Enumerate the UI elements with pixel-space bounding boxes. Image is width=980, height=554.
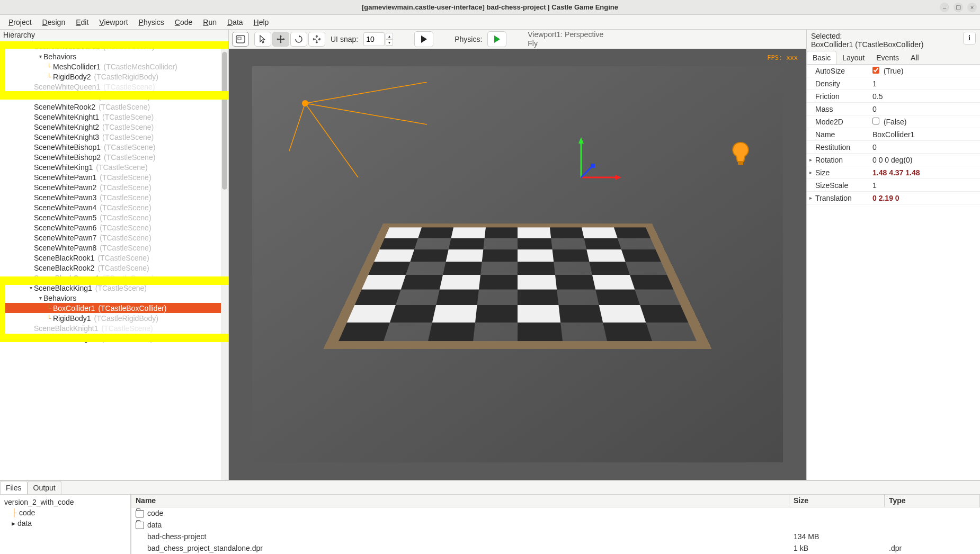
selected-label: Selected:	[811, 32, 923, 40]
property-checkbox[interactable]	[872, 118, 879, 124]
info-button[interactable]: i	[963, 32, 976, 44]
svg-rect-0	[236, 35, 245, 43]
tree-item[interactable]: SceneWhiteBishop1(TCastleScene)	[3, 142, 228, 152]
tree-item[interactable]: SceneWhiteBishop2(TCastleScene)	[3, 152, 228, 162]
menu-run[interactable]: Run	[199, 16, 221, 29]
move-tool-button[interactable]	[272, 32, 289, 47]
col-size[interactable]: Size	[789, 495, 885, 507]
tree-item[interactable]: SceneWhiteRook2(TCastleScene)	[3, 102, 228, 112]
property-row[interactable]: ▸Rotation0 0 0 deg(0)	[807, 154, 980, 166]
tab-output[interactable]: Output	[28, 481, 61, 494]
tree-item[interactable]: ▾Behaviors	[3, 293, 228, 303]
menu-code[interactable]: Code	[171, 16, 197, 29]
property-row[interactable]: Restitution0	[807, 141, 980, 154]
tab-all[interactable]: All	[905, 51, 925, 64]
property-row[interactable]: ▸Size1.48 4.37 1.48	[807, 166, 980, 179]
menu-project[interactable]: Project	[4, 16, 36, 29]
property-row[interactable]: Density1	[807, 77, 980, 90]
folder-icon	[136, 510, 144, 517]
scale-tool-button[interactable]	[308, 32, 325, 47]
tab-layout[interactable]: Layout	[836, 51, 870, 64]
snap-up-button[interactable]: ▴	[386, 33, 393, 39]
file-row[interactable]: bad_chess_project_standalone.dpr1 kB.dpr	[131, 542, 980, 554]
select-tool-button[interactable]	[254, 32, 271, 47]
property-row[interactable]: NameBoxCollider1	[807, 128, 980, 141]
tree-item[interactable]: SceneBlackKnight2(TCastleScene)	[3, 333, 228, 343]
close-icon[interactable]: ×	[967, 3, 977, 12]
tree-item[interactable]: ▾SceneChessBoard1(TCastleScene)	[3, 41, 228, 51]
folder-tree-item[interactable]: ▸ data	[4, 518, 126, 529]
physics-play-button[interactable]	[487, 31, 506, 47]
file-row[interactable]: bad-chess-project134 MB	[131, 531, 980, 542]
tree-item[interactable]: SceneWhitePawn8(TCastleScene)	[3, 243, 228, 253]
menu-viewport[interactable]: Viewport	[95, 16, 132, 29]
folder-icon	[136, 522, 144, 529]
file-list[interactable]: Name Size Type codedatabad-chess-project…	[131, 495, 980, 554]
folder-tree[interactable]: version_2_with_code├ code▸ data	[0, 495, 131, 554]
viewport-3d[interactable]: FPS: xxx	[229, 49, 806, 480]
tree-item[interactable]: SceneWhitePawn4(TCastleScene)	[3, 202, 228, 212]
scene-render	[252, 66, 783, 463]
folder-tree-item[interactable]: version_2_with_code	[4, 497, 126, 507]
col-name[interactable]: Name	[131, 495, 789, 507]
menu-data[interactable]: Data	[223, 16, 247, 29]
ui-snap-input[interactable]	[363, 32, 385, 46]
tree-item[interactable]: ▾Behaviors	[3, 51, 228, 61]
scrollbar-thumb[interactable]	[222, 52, 227, 190]
tab-events[interactable]: Events	[870, 51, 905, 64]
tree-item[interactable]: SceneWhiteQueen1(TCastleScene)	[3, 82, 228, 92]
menu-help[interactable]: Help	[250, 16, 273, 29]
tree-item[interactable]: └RigidBody1(TCastleRigidBody)	[3, 313, 228, 323]
menu-physics[interactable]: Physics	[135, 16, 168, 29]
property-row[interactable]: Mode2D (False)	[807, 115, 980, 128]
titlebar: [gameviewmain.castle-user-interface] bad…	[0, 0, 980, 15]
menu-edit[interactable]: Edit	[72, 16, 93, 29]
rotate-tool-button[interactable]	[290, 32, 307, 47]
tree-item[interactable]: SceneWhitePawn1(TCastleScene)	[3, 172, 228, 182]
tab-files[interactable]: Files	[0, 481, 28, 494]
tree-item[interactable]: SceneBlackRook2(TCastleScene)	[3, 263, 228, 273]
tree-item[interactable]: SceneWhitePawn3(TCastleScene)	[3, 192, 228, 202]
property-row[interactable]: AutoSize (True)	[807, 65, 980, 77]
selected-value: BoxCollider1 (TCastleBoxCollider)	[811, 40, 923, 49]
tree-item[interactable]: SceneWhiteRook1(TCastleScene)	[3, 92, 228, 102]
tree-item[interactable]: └BoxCollider1(TCastleBoxCollider)	[3, 303, 228, 313]
svg-line-6	[289, 103, 305, 151]
tab-basic[interactable]: Basic	[807, 51, 836, 64]
scrollbar[interactable]	[221, 41, 228, 480]
property-checkbox[interactable]	[872, 67, 879, 74]
property-row[interactable]: Friction0.5	[807, 90, 980, 103]
inspector-tabs: Basic Layout Events All	[807, 51, 980, 65]
tree-item[interactable]: └RigidBody2(TCastleRigidBody)	[3, 72, 228, 82]
property-row[interactable]: ▸Translation0 2.19 0	[807, 192, 980, 204]
tree-item[interactable]: SceneWhiteKing1(TCastleScene)	[3, 162, 228, 172]
tree-item[interactable]: SceneBlackKnight1(TCastleScene)	[3, 323, 228, 333]
tree-item[interactable]: SceneWhitePawn5(TCastleScene)	[3, 212, 228, 222]
file-row[interactable]: code	[131, 507, 980, 519]
play-button[interactable]	[414, 31, 433, 47]
tree-item[interactable]: SceneBlackRook1(TCastleScene)	[3, 253, 228, 263]
tree-item[interactable]: SceneWhitePawn6(TCastleScene)	[3, 222, 228, 233]
maximize-icon[interactable]: ▢	[954, 3, 963, 12]
tree-item[interactable]: └MeshCollider1(TCastleMeshCollider)	[3, 61, 228, 72]
tree-item[interactable]: SceneWhitePawn7(TCastleScene)	[3, 233, 228, 243]
tree-item[interactable]: SceneWhiteKnight1(TCastleScene)	[3, 112, 228, 122]
property-row[interactable]: SizeScale1	[807, 179, 980, 192]
tree-item[interactable]: SceneWhiteKnight3(TCastleScene)	[3, 132, 228, 142]
tree-item[interactable]: ▾SceneBlackKing1(TCastleScene)	[3, 283, 228, 293]
col-type[interactable]: Type	[885, 495, 980, 507]
minimize-icon[interactable]: –	[940, 3, 949, 12]
svg-line-11	[581, 167, 592, 177]
tree-item[interactable]: SceneWhitePawn2(TCastleScene)	[3, 182, 228, 192]
folder-tree-item[interactable]: ├ code	[4, 507, 126, 518]
property-row[interactable]: Mass0	[807, 103, 980, 115]
tree-item[interactable]: SceneBlackQueen1(TCastleScene)	[3, 273, 228, 283]
tree-item[interactable]: SceneWhiteKnight2(TCastleScene)	[3, 122, 228, 132]
snap-down-button[interactable]: ▾	[386, 39, 393, 46]
menu-design[interactable]: Design	[38, 16, 70, 29]
file-row[interactable]: data	[131, 519, 980, 531]
physics-label: Physics:	[455, 35, 482, 43]
property-grid[interactable]: AutoSize (True)Density1Friction0.5Mass0M…	[807, 65, 980, 480]
hierarchy-tree[interactable]: ▾SceneChessBoard1(TCastleScene)▾Behavior…	[0, 41, 228, 480]
toggle-ui-button[interactable]	[232, 32, 249, 47]
